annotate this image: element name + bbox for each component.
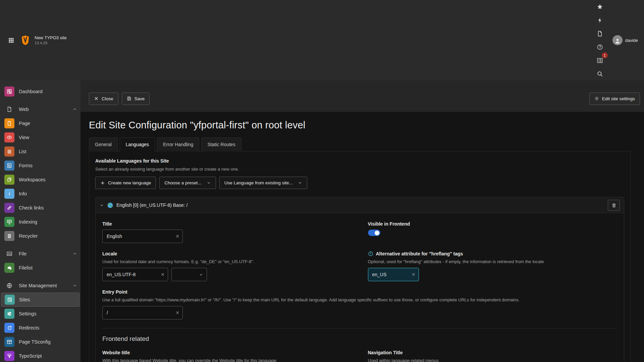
locale-fallback-select[interactable] [171, 268, 207, 281]
sidebar-item-filelist[interactable]: Filelist [0, 261, 80, 275]
sidebar-item-label: Check links [19, 205, 44, 210]
locale-description: Used for localized date and currency for… [102, 259, 352, 264]
save-button[interactable]: Save [122, 93, 150, 105]
form-icon [4, 161, 14, 171]
tab-error-handling[interactable]: Error Handling [157, 137, 199, 152]
sidebar-item-indexing[interactable]: Indexing [0, 215, 80, 229]
clear-cache-icon[interactable] [594, 13, 606, 27]
navigation-title-label: Navigation Title [368, 350, 618, 355]
sidebar-item-forms[interactable]: Forms [0, 159, 80, 173]
sidebar-item-dashboard[interactable]: Dashboard [0, 84, 80, 99]
locale-input[interactable] [102, 268, 168, 281]
chevron-down-icon [298, 181, 302, 185]
website-title-label: Website title [102, 350, 352, 355]
save-icon [127, 96, 131, 101]
clear-input-icon[interactable]: ✕ [175, 234, 179, 239]
title-input[interactable] [102, 230, 183, 243]
sidebar-item-list[interactable]: List [0, 144, 80, 159]
locale-label: Locale [102, 251, 352, 256]
edit-site-settings-button[interactable]: Edit site settings [589, 93, 640, 105]
username: davide [625, 38, 638, 43]
sidebar-item-redirects[interactable]: Redirects [0, 321, 80, 335]
divider [102, 328, 617, 328]
language-panel-header[interactable]: English [0] (en_US.UTF-8) Base: / [96, 197, 624, 213]
choose-preset-label: Choose a preset... [164, 180, 201, 185]
close-button[interactable]: Close [89, 93, 118, 105]
apps-grid-icon[interactable] [5, 34, 17, 47]
sidebar-item-label: Forms [19, 163, 33, 168]
chevron-up-icon[interactable] [72, 283, 77, 288]
sidebar-section-site-management[interactable]: Site Management [0, 279, 80, 293]
system-information-icon[interactable]: 1 [594, 54, 606, 67]
brush-icon [4, 351, 14, 361]
search-icon[interactable] [594, 67, 606, 80]
trash-icon [4, 231, 14, 241]
sidebar-item-label: View [19, 135, 29, 140]
use-language-existing-dropdown[interactable]: Use Language from existing site... [219, 177, 307, 189]
user-menu[interactable]: davide [610, 35, 640, 46]
field-navigation-title: Navigation Title Used within language-re… [368, 350, 618, 362]
site-name: New TYPO3 site [35, 35, 67, 41]
title-label: Title [102, 221, 352, 227]
sidebar-item-settings[interactable]: Settings [0, 307, 80, 321]
sidebar-item-workspaces[interactable]: Workspaces [0, 173, 80, 187]
lines-icon [4, 146, 14, 157]
clear-input-icon[interactable]: ✕ [161, 272, 165, 277]
sidebar-item-info[interactable]: Info [0, 187, 80, 201]
sidebar-item-page[interactable]: Page [0, 116, 80, 130]
clear-input-icon[interactable]: ✕ [412, 272, 416, 277]
doc-icon [4, 118, 14, 128]
sidebar-item-label: Redirects [19, 325, 39, 330]
sidebar-item-label: Settings [19, 311, 36, 316]
save-button-label: Save [135, 96, 145, 101]
delete-language-button[interactable] [608, 200, 620, 211]
visible-toggle[interactable] [368, 230, 380, 236]
chevron-up-icon[interactable] [72, 251, 77, 256]
field-title: Title ✕ [102, 221, 352, 243]
sidebar-item-view[interactable]: View [0, 130, 80, 144]
hreflang-input[interactable] [368, 268, 419, 281]
entry-point-input[interactable] [102, 306, 183, 319]
field-entry-point: Entry Point Use a full qualified domain … [102, 289, 617, 319]
docheader: Close Save Edit site settings [80, 80, 644, 112]
sidebar-item-label: Dashboard [19, 89, 43, 94]
sidebar-item-label: File [19, 251, 26, 256]
doc-icon [4, 104, 14, 114]
clear-input-icon[interactable]: ✕ [175, 310, 179, 315]
tab-general[interactable]: General [89, 137, 118, 152]
sidebar-item-label: Sites [19, 297, 30, 302]
sidebar-section-file[interactable]: File [0, 247, 80, 261]
sidebar-item-check-links[interactable]: Check links [0, 201, 80, 215]
sidebar-item-recycler[interactable]: Recycler [0, 229, 80, 243]
cloud-icon [4, 263, 14, 273]
sidebar-item-page-tsconfig[interactable]: Page TSconfig [0, 335, 80, 349]
create-new-language-button[interactable]: Create new language [95, 177, 156, 189]
choose-preset-dropdown[interactable]: Choose a preset... [159, 177, 216, 189]
chevron-down-icon[interactable] [100, 203, 104, 207]
page-title: Edit Site Configuration "yfportal-first"… [89, 120, 631, 131]
sidebar-item-typoscript[interactable]: TypoScript [0, 349, 80, 362]
available-languages-heading: Available Languages for this Site [95, 158, 624, 164]
bookmarks-icon[interactable] [594, 0, 606, 13]
chevron-up-icon[interactable] [72, 107, 77, 112]
language-panel-body: Title ✕ Visible in Frontend [96, 213, 624, 362]
tab-static-routes[interactable]: Static Routes [201, 137, 241, 152]
help-icon[interactable] [594, 40, 606, 54]
sidebar-item-label: Workspaces [19, 177, 46, 182]
field-locale: Locale Used for localized date and curre… [102, 251, 352, 281]
sidebar-item-label: Page TSconfig [19, 339, 51, 345]
use-language-existing-label: Use Language from existing site... [224, 180, 293, 185]
dashboard-icon [4, 86, 14, 97]
visible-label: Visible in Frontend [368, 221, 618, 227]
open-document-icon[interactable] [594, 27, 606, 40]
module-body: Edit Site Configuration "yfportal-first"… [80, 112, 644, 362]
navigation-title-description: Used within language-related menus [368, 358, 618, 362]
website-title-description: With this language based Website title, … [102, 358, 352, 362]
language-panel-title: English [0] (en_US.UTF-8) Base: / [116, 202, 187, 208]
field-visible-in-frontend: Visible in Frontend [368, 221, 618, 243]
sidebar-section-web[interactable]: Web [0, 102, 80, 116]
sidebar-item-sites[interactable]: Sites [1, 293, 79, 307]
tab-languages[interactable]: Languages [120, 137, 155, 152]
main-area: Close Save Edit site settings Edit Site … [80, 80, 644, 362]
field-hreflang: Alternative attribute for "hreflang" tag… [368, 251, 618, 281]
